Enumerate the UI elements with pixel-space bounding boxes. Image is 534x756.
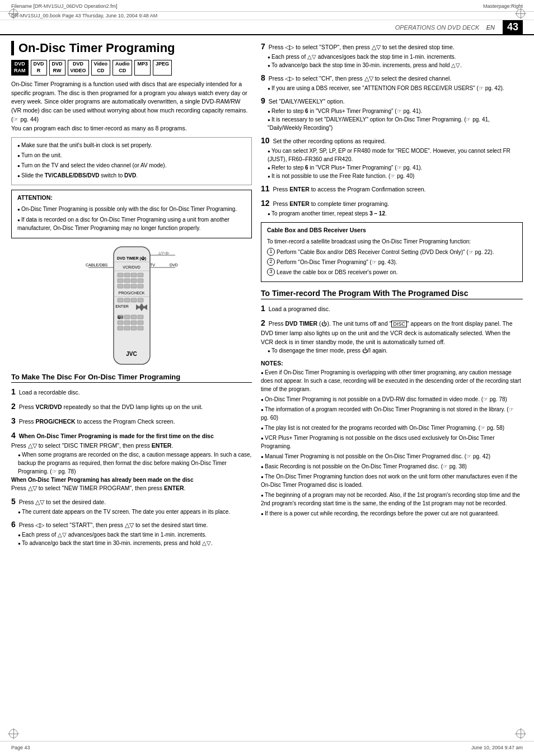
svg-rect-43 <box>118 326 123 330</box>
note-item: Even if On-Disc Timer Programing is over… <box>261 368 523 393</box>
step-num-2: 2 <box>11 402 16 411</box>
step-8-bullet: If you are using a DBS receiver, see "AT… <box>268 84 523 92</box>
svg-rect-5 <box>118 273 123 277</box>
step-6: 6 Press ◁▷ to select "START", then press… <box>11 519 252 547</box>
step-5: 5 Press △▽ to set the desired date. The … <box>11 496 252 516</box>
filename-label: Filename [DR-MV1SUJ_06DVD Operation2.fm] <box>11 3 118 9</box>
attention-item: On-Disc Timer Programing is possible onl… <box>17 205 246 213</box>
step-num-10: 10 <box>261 136 270 145</box>
step-10-bullet: It is not possible to use the Free Rate … <box>268 172 523 180</box>
step-num-5: 5 <box>11 497 16 506</box>
cable-step-text: Leave the cable box or DBS receiver's po… <box>277 268 397 276</box>
cable-step-num: 3 <box>267 268 275 276</box>
badge-mp3: MP3 <box>134 60 151 75</box>
step-10-bullet: You can select XP, SP, LP, EP or FR480 m… <box>268 147 523 163</box>
cable-step-num: 2 <box>267 258 275 266</box>
ops-section-label: OPERATIONS ON DVD DECK <box>395 24 480 31</box>
step-9-bullet: It is necessary to set "DAILY/WEEKLY" op… <box>268 115 523 132</box>
footer-right: June 10, 2004 9:47 am <box>471 745 523 750</box>
step-7-bullet: Each press of △▽ advances/goes back the … <box>268 53 523 61</box>
step-1: 1 Load a recordable disc. <box>11 386 252 398</box>
svg-text:⏻/I: ⏻/I <box>118 316 123 319</box>
note-item: The information of a program recorded wi… <box>261 405 523 422</box>
badge-dvdrw: DVDRW <box>49 60 65 75</box>
note-item: The play list is not created for the pro… <box>261 424 523 432</box>
note-item: The beginning of a program may not be re… <box>261 491 523 508</box>
notes-section: NOTES: Even if On-Disc Timer Programing … <box>261 359 523 518</box>
top-left-crosshair <box>8 8 19 19</box>
step-9-bullets: Refer to step 6 in "VCR Plus+ Timer Prog… <box>261 107 523 132</box>
step-12-bullet: To program another timer, repeat steps 3… <box>268 209 523 218</box>
note-item: VCR Plus+ Timer Programing is not possib… <box>261 434 523 450</box>
cable-step-text: Perform "Cable Box and/or DBS Receiver C… <box>277 248 494 256</box>
step-3: 3 Press PROG/CHECK to access the Program… <box>11 415 252 427</box>
step-7-bullets: Each press of △▽ advances/goes back the … <box>261 53 523 69</box>
section2-title: To Timer-record The Program With The Pro… <box>261 289 468 298</box>
step-4-bullet: When some programs are recorded on the d… <box>18 450 252 476</box>
svg-rect-15 <box>131 284 137 288</box>
step-9: 9 Set "DAILY/WEEKLY" option. Refer to st… <box>261 95 523 132</box>
badge-dvdram: DVDRAM <box>11 60 29 75</box>
badge-jpeg: JPEG <box>153 60 172 75</box>
left-column: On-Disc Timer Programing DVDRAM DVDR DVD… <box>11 41 252 550</box>
step-num-9: 9 <box>261 96 265 105</box>
step-5-bullets: The current date appears on the TV scree… <box>11 508 252 516</box>
step-num-1: 1 <box>11 387 16 396</box>
svg-rect-39 <box>118 321 123 325</box>
svg-text:DVD: DVD <box>170 263 178 267</box>
step-2: 2 Press VCR/DVD repeatedly so that the D… <box>11 401 252 412</box>
cable-step: 2 Perform "On-Disc Timer Programing" (☞ … <box>267 258 517 266</box>
svg-rect-12 <box>138 279 143 283</box>
svg-text:VCR/DVD: VCR/DVD <box>123 265 140 269</box>
svg-text:TV: TV <box>150 263 155 267</box>
svg-rect-16 <box>138 284 143 288</box>
badge-videocd: VideoCD <box>91 60 110 75</box>
svg-rect-44 <box>124 326 130 330</box>
step-num-6: 6 <box>11 520 16 529</box>
step-8-bullets: If you are using a DBS receiver, see "AT… <box>261 84 523 92</box>
step-10: 10 Set the other recording options as re… <box>261 135 523 180</box>
step-num-8: 8 <box>261 73 265 82</box>
svg-rect-14 <box>124 284 130 288</box>
step-r-num-1: 1 <box>261 304 265 313</box>
svg-text:CABLE/DBS: CABLE/DBS <box>86 263 108 267</box>
step-r2: 2 Press DVD TIMER (⏻). The unit turns of… <box>261 317 523 355</box>
page-number-badge: 43 <box>503 20 523 34</box>
content-area: On-Disc Timer Programing DVDRAM DVDR DVD… <box>0 35 534 556</box>
remote-svg: DVD TIMER (⏻) VCR/DVD <box>83 244 181 367</box>
step-10-bullet: Refer to step 6 in "VCR Plus+ Timer Prog… <box>268 163 523 172</box>
step-6-bullets: Each press of △▽ advances/goes back the … <box>11 530 252 547</box>
svg-rect-6 <box>124 273 130 277</box>
attention-title: ATTENTION: <box>17 194 246 203</box>
prereq-item: Slide the TV/CABLE/DBS/DVD switch to DVD… <box>17 171 246 180</box>
attention-item: If data is recorded on a disc for On-Dis… <box>17 215 246 232</box>
step-5-bullet: The current date appears on the TV scree… <box>18 508 252 516</box>
note-item: The On-Disc Timer Programing function do… <box>261 472 523 489</box>
step-6-bullet: To advance/go back the start time in 30-… <box>18 539 252 547</box>
prereq-item: Turn on the TV and select the video chan… <box>17 161 246 170</box>
step-11: 11 Press ENTER to access the Program Con… <box>261 183 523 195</box>
attention-box: ATTENTION: On-Disc Timer Programing is p… <box>11 190 252 238</box>
svg-rect-46 <box>138 326 143 330</box>
bottom-right-crosshair <box>515 728 526 739</box>
step-7-bullet: To advance/go back the stop time in 30-m… <box>268 61 523 69</box>
step-r2-bullets: To disengage the timer mode, press ⏻/I a… <box>261 346 523 355</box>
section1-title: To Make The Disc For On-Disc Timer Progr… <box>11 373 180 381</box>
svg-rect-11 <box>131 279 137 283</box>
page-title: On-Disc Timer Programing <box>11 41 252 55</box>
cable-steps-list: 1 Perform "Cable Box and/or DBS Receiver… <box>267 248 517 276</box>
cable-box-intro: To timer-record a satellite broadcast us… <box>267 237 517 246</box>
prereqs-list: Make sure that the unit's built-in clock… <box>17 141 246 180</box>
svg-rect-22 <box>138 298 143 302</box>
cable-step-num: 1 <box>267 248 275 256</box>
right-column: 7 Press ◁▷ to select "STOP", then press … <box>261 41 523 550</box>
badge-dvdr: DVDR <box>31 60 47 75</box>
svg-rect-36 <box>124 315 130 319</box>
svg-rect-45 <box>131 326 137 330</box>
svg-rect-10 <box>124 279 130 283</box>
top-right-crosshair <box>515 8 526 19</box>
svg-rect-20 <box>124 298 130 302</box>
step-4: 4 When On-Disc Timer Programing is made … <box>11 430 252 493</box>
step-num-3: 3 <box>11 416 16 425</box>
svg-rect-42 <box>138 321 143 325</box>
